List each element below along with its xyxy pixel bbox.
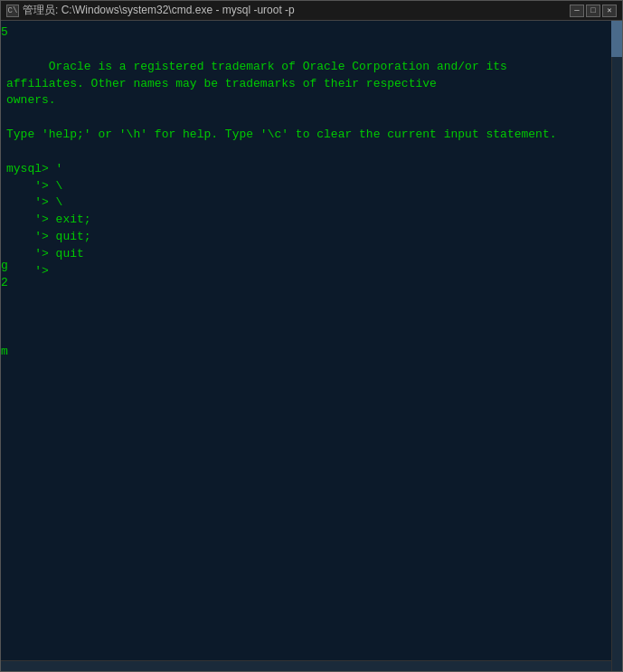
mysql-prompt: mysql> ' (6, 162, 62, 175)
quit-line: '> quit (6, 247, 84, 260)
continuation-2: '> \ (6, 195, 62, 209)
scrollbar-thumb[interactable] (611, 21, 622, 57)
minimize-button[interactable]: ─ (570, 5, 584, 17)
title-bar-left: C\ 管理员: C:\Windows\system32\cmd.exe - my… (6, 3, 295, 18)
horizontal-scrollbar[interactable] (1, 660, 611, 671)
oracle-line1: Oracle is a registered trademark of Orac… (49, 60, 507, 73)
maximize-button[interactable]: □ (586, 5, 600, 17)
terminal-window: C\ 管理员: C:\Windows\system32\cmd.exe - my… (0, 0, 623, 672)
oracle-line2: affiliates. Other names may be trademark… (6, 77, 437, 90)
cmd-icon: C\ (6, 5, 19, 17)
continuation-final: '> (6, 264, 49, 278)
terminal-output: 5 Oracle is a registered trademark of Or… (6, 24, 617, 298)
title-bar: C\ 管理员: C:\Windows\system32\cmd.exe - my… (1, 1, 622, 21)
continuation-1: '> \ (6, 179, 62, 193)
partial-g: g (1, 258, 8, 275)
help-line: Type 'help;' or '\h' for help. Type '\c'… (6, 128, 557, 141)
terminal-body[interactable]: 5 Oracle is a registered trademark of Or… (1, 21, 622, 671)
title-bar-text: 管理员: C:\Windows\system32\cmd.exe - mysql… (23, 3, 295, 18)
exit-line: '> exit; (6, 213, 91, 226)
quit-semicolon-line: '> quit; (6, 230, 91, 243)
partial-m: m (1, 344, 8, 361)
oracle-line3: owners. (6, 93, 56, 107)
partial-2: 2 (1, 275, 8, 292)
partial-char-left: 5 (1, 24, 8, 42)
title-bar-controls: ─ □ ✕ (570, 5, 617, 17)
close-button[interactable]: ✕ (602, 5, 617, 17)
vertical-scrollbar[interactable] (611, 21, 622, 671)
